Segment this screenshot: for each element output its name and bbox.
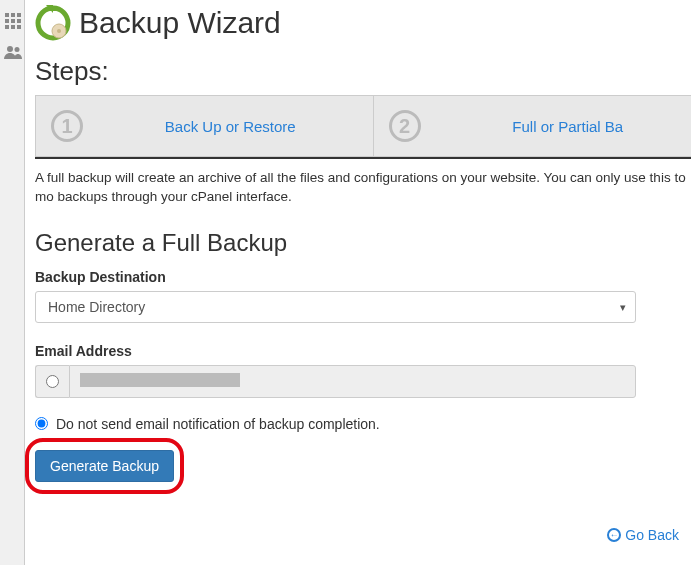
- no-email-radio[interactable]: [35, 417, 48, 430]
- svg-point-14: [57, 29, 61, 33]
- step-number: 2: [389, 110, 421, 142]
- step-label: Back Up or Restore: [103, 118, 358, 135]
- users-icon[interactable]: [0, 39, 25, 64]
- svg-rect-3: [5, 19, 9, 23]
- svg-rect-7: [11, 25, 15, 29]
- generate-backup-button[interactable]: Generate Backup: [35, 450, 174, 482]
- svg-rect-1: [11, 13, 15, 17]
- svg-rect-2: [17, 13, 21, 17]
- email-label: Email Address: [35, 343, 691, 359]
- email-row: [35, 365, 636, 398]
- sidebar: [0, 0, 25, 565]
- step-label: Full or Partial Ba: [441, 118, 692, 135]
- send-email-radio[interactable]: [46, 375, 59, 388]
- arrow-left-circle-icon: ←: [607, 528, 621, 542]
- email-field[interactable]: [69, 365, 636, 398]
- no-email-label: Do not send email notification of backup…: [56, 416, 380, 432]
- description-text: A full backup will create an archive of …: [35, 169, 691, 207]
- steps-heading: Steps:: [35, 56, 691, 87]
- svg-rect-0: [5, 13, 9, 17]
- step-backup-restore[interactable]: 1 Back Up or Restore: [35, 95, 374, 157]
- backup-wizard-icon: [35, 5, 71, 41]
- email-radio-cell: [35, 365, 69, 398]
- destination-label: Backup Destination: [35, 269, 691, 285]
- no-email-row: Do not send email notification of backup…: [35, 416, 691, 432]
- page-title: Backup Wizard: [79, 6, 281, 40]
- go-back-link[interactable]: ← Go Back: [607, 527, 679, 543]
- apps-icon[interactable]: [0, 8, 25, 33]
- svg-rect-8: [17, 25, 21, 29]
- step-number: 1: [51, 110, 83, 142]
- svg-point-9: [7, 46, 13, 52]
- go-back-label: Go Back: [625, 527, 679, 543]
- generate-heading: Generate a Full Backup: [35, 229, 691, 257]
- step-full-partial[interactable]: 2 Full or Partial Ba: [374, 95, 692, 157]
- destination-select[interactable]: Home Directory: [35, 291, 636, 323]
- svg-point-10: [14, 47, 19, 52]
- page-header: Backup Wizard: [35, 0, 691, 56]
- svg-rect-4: [11, 19, 15, 23]
- email-value-masked: [80, 373, 240, 387]
- generate-button-highlight: Generate Backup: [35, 450, 174, 482]
- svg-rect-6: [5, 25, 9, 29]
- steps-row: 1 Back Up or Restore 2 Full or Partial B…: [35, 95, 691, 159]
- destination-select-wrap: Home Directory: [35, 291, 636, 323]
- svg-rect-5: [17, 19, 21, 23]
- svg-rect-12: [48, 7, 58, 11]
